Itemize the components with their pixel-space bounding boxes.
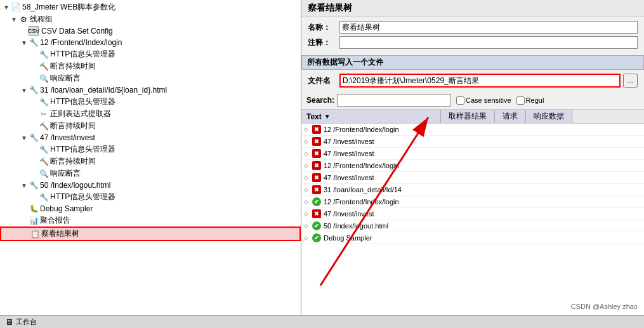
tree-timer2-label: 断言持续时间 — [50, 121, 96, 131]
wrench4-icon: 🔧 — [39, 192, 49, 202]
tree-http-header4[interactable]: 🔧 HTTP信息头管理器 — [0, 191, 301, 203]
loan-detail-expand: ▼ — [20, 86, 28, 94]
left-tree-panel: ▼ 📄 58_Jmeter WEB脚本参数化 ▼ ⚙ 线程组 CSV CSV D… — [0, 0, 301, 315]
tree-loan-detail[interactable]: ▼ 🔧 31 /loan/loan_detail/Id/${loan_id}.h… — [0, 84, 301, 96]
tree-frontend-login[interactable]: ▼ 🔧 12 /Frontend/Index/login — [0, 37, 301, 48]
tree-debug-sampler[interactable]: 🐛 Debug Sampler — [0, 203, 301, 214]
wrench2-icon: 🔧 — [39, 97, 49, 107]
loan-icon: 🔧 — [29, 85, 39, 95]
result-item[interactable]: ◇ ✔ 12 /Frontend/Index/login — [301, 196, 644, 208]
workbench-area: 🖥 工作台 — [5, 317, 37, 327]
result-expand: ◇ — [304, 211, 312, 217]
name-input[interactable] — [339, 21, 638, 34]
status-icon: ✖ — [312, 173, 322, 182]
tree-assert2[interactable]: 🔍 响应断言 — [0, 167, 301, 180]
file-input[interactable] — [339, 74, 621, 88]
tree-logout-label: 50 /Index/logout.html — [40, 181, 110, 190]
tree-http-header3[interactable]: 🔧 HTTP信息头管理器 — [0, 143, 301, 155]
listener-icon: 📋 — [30, 229, 40, 239]
timer3-icon: 🔨 — [39, 157, 49, 167]
timer2-expand — [30, 122, 38, 130]
ok-badge: ✔ — [312, 197, 321, 206]
workbench-label: 工作台 — [16, 317, 37, 327]
tree-csv-label: CSV Data Set Config — [41, 27, 113, 36]
result-label: 47 /Invest/invest — [324, 210, 374, 218]
tree-csv[interactable]: CSV CSV Data Set Config — [0, 25, 301, 37]
error-badge: ✖ — [312, 161, 321, 170]
tree-timer2[interactable]: 🔨 断言持续时间 — [0, 120, 301, 132]
tree-invest[interactable]: ▼ 🔧 47 /Invest/invest — [0, 132, 301, 143]
tree-root-label: 58_Jmeter WEB脚本参数化 — [22, 2, 115, 13]
tree-assert1[interactable]: 🔍 响应断言 — [0, 72, 301, 84]
tree-http-header2[interactable]: 🔧 HTTP信息头管理器 — [0, 96, 301, 108]
tree-logout[interactable]: ▼ 🔧 50 /Index/logout.html — [0, 180, 301, 191]
result-item[interactable]: ◇ ✖ 31 /loan/loan_detail/Id/14 — [301, 184, 644, 196]
tree-regex[interactable]: ✂ 正则表达式提取器 — [0, 108, 301, 120]
tab-sampler-result[interactable]: 取样器结果 — [441, 110, 495, 123]
regex-checkbox[interactable] — [516, 96, 525, 105]
tree-report[interactable]: 📊 聚合报告 — [0, 214, 301, 226]
status-icon: ✖ — [312, 209, 322, 218]
regex-label: Regul — [526, 96, 544, 104]
result-item[interactable]: ◇ ✖ 47 /Invest/invest — [301, 172, 644, 184]
tree-assert1-label: 响应断言 — [50, 73, 81, 84]
result-expand: ◇ — [304, 235, 312, 241]
text-col-header[interactable]: Text ▼ — [301, 110, 441, 123]
result-expand: ◇ — [304, 126, 312, 133]
status-icon: ✖ — [312, 185, 322, 194]
tree-timer1-label: 断言持续时间 — [50, 61, 96, 72]
tree-http-header1[interactable]: 🔧 HTTP信息头管理器 — [0, 48, 301, 60]
regex-expand — [30, 110, 38, 118]
result-item[interactable]: ◇ ✖ 12 /Frontend/Index/login — [301, 124, 644, 136]
logout-expand: ▼ — [20, 181, 28, 189]
result-expand: ◇ — [304, 138, 312, 145]
tree-loan-detail-label: 31 /loan/loan_detail/Id/${loan_id}.html — [40, 86, 167, 95]
http-icon: 🔧 — [29, 37, 39, 48]
result-item[interactable]: ◇ ✔ 50 /Index/logout.html — [301, 220, 644, 232]
timer1-expand — [30, 63, 38, 70]
tree-report-label: 聚合报告 — [40, 215, 70, 226]
case-sensitive-checkbox[interactable] — [456, 96, 464, 105]
tree-result-tree[interactable]: 📋 察看结果树 — [0, 226, 301, 241]
result-item[interactable]: ◇ ✖ 12 /Frontend/Index/login — [301, 160, 644, 172]
result-item[interactable]: ◇ ✖ 47 /Invest/invest — [301, 136, 644, 148]
tab-request[interactable]: 请求 — [495, 110, 526, 123]
result-item[interactable]: ◇ ✖ 47 /Invest/invest — [301, 208, 644, 220]
csv-expand-icon — [20, 27, 28, 35]
name-row: 名称： — [308, 21, 638, 34]
results-area: Text ▼ 取样器结果 请求 响应数据 ◇ ✖ 12 /Fron — [301, 110, 644, 315]
error-badge: ✖ — [312, 209, 321, 218]
result-label: 12 /Frontend/Index/login — [324, 126, 399, 133]
sort-indicator: ▼ — [324, 113, 331, 120]
right-panel: 察看结果树 名称： 注释： 所有数据写入一个文件 文件名 … — [301, 0, 644, 315]
regex-option[interactable]: Regul — [516, 96, 544, 105]
file-section: 文件名 … — [301, 71, 644, 91]
http-header1-expand — [30, 51, 38, 58]
comment-input[interactable] — [339, 36, 638, 49]
name-label: 名称： — [308, 22, 339, 33]
error-badge: ✖ — [312, 125, 321, 134]
csv-icon: CSV — [29, 26, 39, 36]
report-icon: 📊 — [29, 216, 39, 226]
assert2-expand — [30, 170, 38, 178]
timer3-expand — [30, 158, 38, 166]
tree-regex-label: 正则表达式提取器 — [50, 108, 111, 119]
browse-button[interactable]: … — [623, 74, 638, 88]
search-input[interactable] — [337, 94, 451, 107]
result-label: 12 /Frontend/Index/login — [324, 162, 399, 169]
result-tree-expand — [22, 230, 29, 238]
tree-threadgroup[interactable]: ▼ ⚙ 线程组 — [0, 13, 301, 25]
result-label: 47 /Invest/invest — [324, 150, 374, 157]
result-item[interactable]: ◇ ✔ Debug Sampler — [301, 232, 644, 244]
http-header2-expand — [30, 98, 38, 106]
result-expand: ◇ — [304, 223, 312, 229]
case-sensitive-option[interactable]: Case sensitive — [456, 96, 511, 105]
result-item[interactable]: ◇ ✖ 47 /Invest/invest — [301, 148, 644, 160]
expand-threadgroup-icon: ▼ — [10, 16, 18, 23]
tree-root-item[interactable]: ▼ 📄 58_Jmeter WEB脚本参数化 — [0, 1, 301, 13]
invest-expand: ▼ — [20, 134, 28, 141]
tree-timer3[interactable]: 🔨 断言持续时间 — [0, 155, 301, 167]
tree-timer1[interactable]: 🔨 断言持续时间 — [0, 60, 301, 72]
tree-result-tree-label: 察看结果树 — [41, 228, 79, 239]
tab-response-data[interactable]: 响应数据 — [526, 110, 572, 123]
